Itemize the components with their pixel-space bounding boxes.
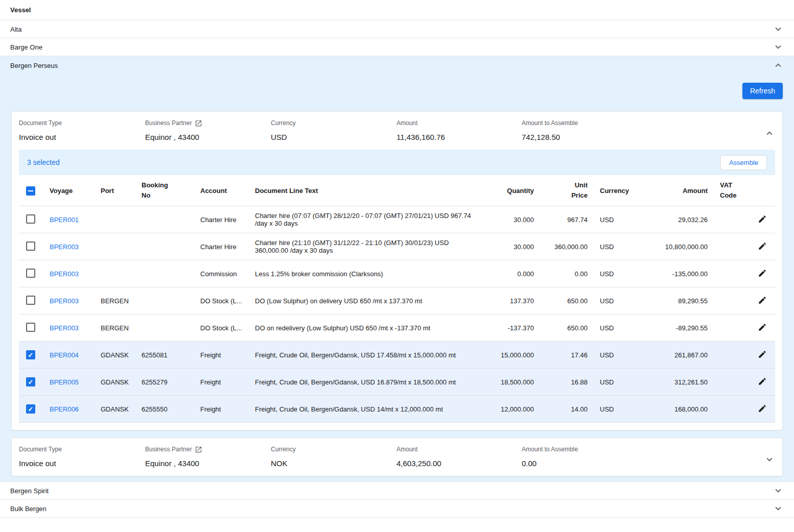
field-label: Amount: [396, 119, 522, 127]
row-checkbox[interactable]: [26, 269, 35, 278]
expand-card-button[interactable]: [764, 454, 775, 467]
currency-cell: USD: [594, 233, 637, 260]
vessel-accordion-barge-one[interactable]: Barge One: [0, 38, 794, 56]
amount-cell: 29,032.26: [637, 206, 714, 233]
row-checkbox[interactable]: [26, 214, 35, 224]
edit-pencil-icon: [758, 269, 767, 278]
field-amount-to-assemble: Amount to Assemble 742,128.50: [522, 119, 760, 141]
field-value: Equinor , 43400: [145, 459, 271, 468]
select-all-checkbox[interactable]: [26, 186, 35, 196]
field-label-text: Business Partner: [145, 446, 192, 453]
booking-no-cell: [135, 206, 194, 233]
document-lines-table: Voyage Port Booking No Account Document …: [19, 175, 775, 423]
edit-row-button[interactable]: [758, 377, 767, 388]
account-cell: DO Stock (L...: [194, 287, 249, 315]
field-currency: Currency NOK: [271, 445, 396, 468]
voyage-link[interactable]: BPER005: [50, 378, 79, 386]
table-row: BPER003 Commission Less 1.25% broker com…: [19, 260, 775, 287]
edit-pencil-icon: [758, 377, 767, 386]
quantity-cell: 18,500.000: [489, 369, 540, 396]
edit-row-button[interactable]: [758, 350, 767, 360]
col-header-amount: Amount: [637, 175, 714, 206]
line-text-cell: DO (Low Sulphur) on delivery USD 650 /mt…: [249, 287, 489, 315]
edit-pencil-icon: [758, 241, 767, 251]
vat-code-cell: [714, 260, 747, 287]
voyage-link[interactable]: BPER003: [50, 324, 79, 332]
booking-no-cell: [135, 260, 194, 287]
edit-row-button[interactable]: [758, 404, 767, 415]
amount-cell: -89,290.55: [637, 315, 714, 342]
currency-cell: USD: [594, 287, 637, 315]
currency-cell: USD: [594, 396, 637, 423]
voyage-link[interactable]: BPER006: [50, 405, 79, 413]
table-header: Voyage Port Booking No Account Document …: [19, 175, 775, 206]
quantity-cell: 30.000: [489, 206, 540, 233]
table-row: BPER005 GDANSK 6255279 Freight Freight, …: [19, 369, 775, 396]
field-business-partner: Business Partner Equinor , 43400: [145, 445, 271, 468]
col-header-unit-price: Unit Price: [540, 175, 594, 206]
row-checkbox[interactable]: [26, 296, 35, 305]
refresh-button[interactable]: Refresh: [742, 83, 783, 99]
edit-pencil-icon: [758, 323, 767, 332]
assemble-button[interactable]: Assemble: [720, 155, 767, 170]
field-value: 4,603,250.00: [396, 459, 522, 468]
vat-code-cell: [714, 287, 747, 315]
voyage-link[interactable]: BPER003: [50, 243, 79, 251]
vat-code-cell: [714, 369, 747, 396]
row-checkbox[interactable]: [26, 350, 35, 359]
port-cell: GDANSK: [95, 342, 135, 369]
edit-row-button[interactable]: [758, 296, 767, 306]
vessel-accordion-bulk-bergen[interactable]: Bulk Bergen: [0, 500, 794, 518]
field-document-type: Document Type Invoice out: [19, 119, 145, 141]
unit-price-cell: 17.46: [540, 342, 594, 369]
vessel-accordion-bergen-spirit[interactable]: Bergen Spirit: [0, 482, 794, 500]
voyage-link[interactable]: BPER001: [50, 216, 79, 224]
field-label: Document Type: [19, 445, 145, 453]
vessel-list-header: Vessel: [0, 0, 794, 20]
amount-cell: 261,867.00: [637, 342, 714, 369]
booking-no-cell: 6255550: [135, 396, 194, 423]
amount-cell: -135,000.00: [637, 260, 714, 287]
quantity-cell: 30.000: [489, 233, 540, 260]
quantity-cell: -137.370: [489, 315, 540, 342]
col-header-currency: Currency: [594, 175, 637, 206]
row-checkbox[interactable]: [26, 404, 35, 414]
quantity-cell: 12,000.000: [489, 396, 540, 423]
currency-cell: USD: [594, 260, 637, 287]
field-amount: Amount 4,603,250.00: [396, 445, 522, 468]
voyage-link[interactable]: BPER004: [50, 351, 79, 359]
vat-code-cell: [714, 233, 747, 260]
col-header-actions: [747, 175, 775, 206]
account-cell: Freight: [194, 342, 249, 369]
chevron-down-icon: [773, 41, 784, 53]
voyage-link[interactable]: BPER003: [50, 270, 79, 278]
collapse-card-button[interactable]: [764, 128, 775, 140]
unit-price-cell: 360,000.00: [540, 233, 594, 260]
col-header-voyage: Voyage: [43, 175, 95, 206]
vessel-accordion-alta[interactable]: Alta: [0, 20, 794, 38]
row-checkbox[interactable]: [26, 241, 35, 251]
external-link-icon[interactable]: [195, 119, 202, 127]
row-checkbox[interactable]: [26, 377, 35, 386]
edit-pencil-icon: [758, 404, 767, 413]
vat-code-cell: [714, 206, 747, 233]
external-link-icon[interactable]: [195, 446, 202, 453]
account-cell: Charter Hire: [194, 206, 249, 233]
vessel-accordion-bergen-perseus[interactable]: Bergen Perseus: [0, 56, 794, 75]
edit-row-button[interactable]: [758, 214, 767, 225]
unit-price-cell: 16.88: [540, 369, 594, 396]
amount-cell: 168,000.00: [637, 396, 714, 423]
edit-row-button[interactable]: [758, 269, 767, 279]
field-label-text: Business Partner: [145, 119, 192, 127]
voyage-link[interactable]: BPER003: [50, 297, 79, 305]
field-amount-to-assemble: Amount to Assemble 0.00: [522, 445, 760, 468]
vessel-name: Bergen Perseus: [10, 62, 58, 69]
table-row: BPER003 BERGEN DO Stock (L... DO (Low Su…: [19, 287, 775, 315]
vessel-section-bergen-perseus: Bergen Perseus Refresh Document Type Inv…: [0, 56, 794, 482]
vessel-name: Bulk Bergen: [10, 505, 46, 513]
edit-row-button[interactable]: [758, 323, 767, 333]
document-group-header: Document Type Invoice out Business Partn…: [12, 112, 782, 150]
edit-row-button[interactable]: [758, 241, 767, 252]
row-checkbox[interactable]: [26, 323, 35, 332]
line-text-cell: Charter hire (07:07 (GMT) 28/12/20 - 07:…: [249, 206, 489, 233]
